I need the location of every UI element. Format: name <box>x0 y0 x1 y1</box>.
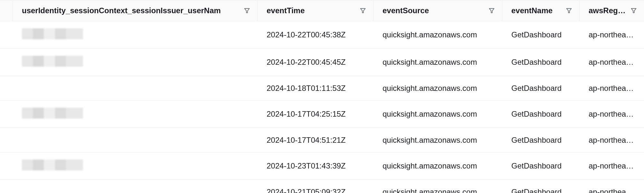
cell-eventTime: 2024-10-18T01:11:53Z <box>258 77 374 100</box>
cell-eventSource: quicksight.amazonaws.com <box>374 102 502 126</box>
cell-eventName: GetDashboard <box>502 51 580 74</box>
table-row[interactable]: 2024-10-17T04:51:21Z quicksight.amazonaw… <box>0 128 644 152</box>
cell-eventSource: quicksight.amazonaws.com <box>374 77 502 100</box>
column-header-userIdentity[interactable]: userIdentity_sessionContext_sessionIssue… <box>13 0 258 21</box>
column-header-eventName[interactable]: eventName <box>502 0 580 21</box>
cell-eventName: GetDashboard <box>502 154 580 178</box>
redacted-text <box>22 56 83 67</box>
cell-awsRegion: ap-northeast-1 <box>580 129 644 152</box>
cell-eventName: GetDashboard <box>502 129 580 152</box>
cell-eventTime: 2024-10-22T00:45:38Z <box>258 23 374 46</box>
column-label: eventTime <box>267 6 305 15</box>
column-header-awsRegion[interactable]: awsRegion <box>580 0 644 21</box>
cell-awsRegion: ap-northeast-1 <box>580 77 644 100</box>
table-header-row: userIdentity_sessionContext_sessionIssue… <box>0 0 644 21</box>
cell-eventSource: quicksight.amazonaws.com <box>374 129 502 152</box>
redacted-text <box>22 28 83 39</box>
cell-awsRegion: ap-northeast-1 <box>580 102 644 126</box>
cell-eventTime: 2024-10-22T00:45:45Z <box>258 51 374 74</box>
column-header-eventSource[interactable]: eventSource <box>374 0 502 21</box>
events-table: userIdentity_sessionContext_sessionIssue… <box>0 0 644 193</box>
cell-eventTime: 2024-10-17T04:51:21Z <box>258 129 374 152</box>
redacted-text <box>22 159 83 170</box>
cell-userIdentity <box>13 101 258 128</box>
cell-awsRegion: ap-northeast-1 <box>580 154 644 178</box>
column-label: eventName <box>511 6 553 15</box>
cell-eventSource: quicksight.amazonaws.com <box>374 154 502 178</box>
cell-userIdentity <box>13 152 258 179</box>
table-row[interactable]: 2024-10-21T05:09:32Z quicksight.amazonaw… <box>0 180 644 193</box>
filter-icon[interactable] <box>630 7 637 14</box>
cell-eventName: GetDashboard <box>502 23 580 46</box>
cell-eventTime: 2024-10-23T01:43:39Z <box>258 154 374 178</box>
cell-eventTime: 2024-10-21T05:09:32Z <box>258 180 374 193</box>
cell-eventSource: quicksight.amazonaws.com <box>374 23 502 46</box>
cell-eventTime: 2024-10-17T04:25:15Z <box>258 102 374 126</box>
table-row[interactable]: 2024-10-18T01:11:53Z quicksight.amazonaw… <box>0 76 644 101</box>
cell-userIdentity <box>13 21 258 48</box>
cell-eventSource: quicksight.amazonaws.com <box>374 51 502 74</box>
column-label: awsRegion <box>589 6 626 15</box>
cell-eventName: GetDashboard <box>502 102 580 126</box>
table-body: 2024-10-22T00:45:38Z quicksight.amazonaw… <box>0 21 644 193</box>
table-row[interactable]: 2024-10-22T00:45:38Z quicksight.amazonaw… <box>0 21 644 49</box>
column-label: eventSource <box>383 6 429 15</box>
cell-userIdentity <box>13 49 258 76</box>
cell-awsRegion: ap-northeast-1 <box>580 23 644 46</box>
redacted-text <box>22 108 83 119</box>
filter-icon[interactable] <box>244 7 250 14</box>
filter-icon[interactable] <box>488 7 495 14</box>
cell-eventName: GetDashboard <box>502 180 580 193</box>
filter-icon[interactable] <box>566 7 572 14</box>
table-row[interactable]: 2024-10-23T01:43:39Z quicksight.amazonaw… <box>0 152 644 180</box>
cell-awsRegion: ap-northeast-1 <box>580 51 644 74</box>
table-row[interactable]: 2024-10-17T04:25:15Z quicksight.amazonaw… <box>0 101 644 128</box>
column-label: userIdentity_sessionContext_sessionIssue… <box>22 6 221 15</box>
cell-eventSource: quicksight.amazonaws.com <box>374 180 502 193</box>
cell-awsRegion: ap-northeast-1 <box>580 180 644 193</box>
column-header-eventTime[interactable]: eventTime <box>258 0 374 21</box>
row-leading-gutter <box>0 0 13 21</box>
cell-userIdentity <box>13 81 258 95</box>
cell-userIdentity <box>13 133 258 147</box>
table-row[interactable]: 2024-10-22T00:45:45Z quicksight.amazonaw… <box>0 49 644 76</box>
cell-eventName: GetDashboard <box>502 77 580 100</box>
cell-userIdentity <box>13 185 258 193</box>
filter-icon[interactable] <box>360 7 366 14</box>
